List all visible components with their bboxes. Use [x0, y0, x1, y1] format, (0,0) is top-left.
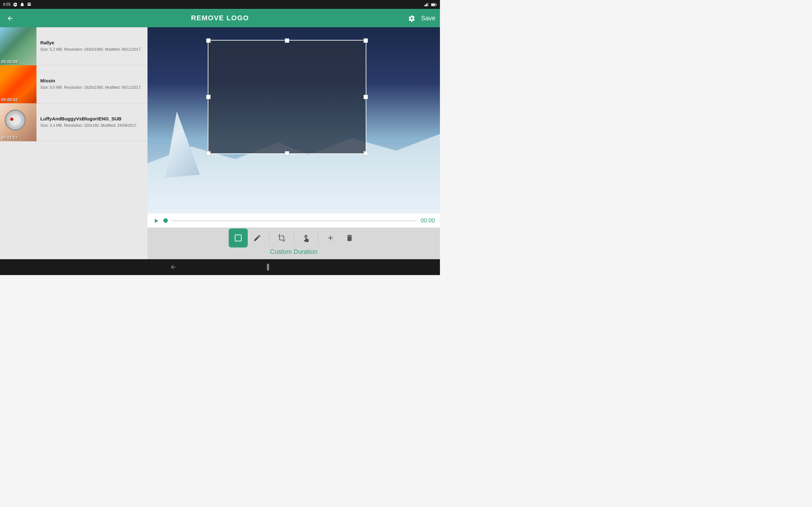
status-bar: 8:55 [0, 0, 440, 9]
nav-bar [0, 259, 440, 275]
video-name: Missin [40, 78, 142, 83]
svg-rect-1 [425, 4, 426, 7]
toolbar-buttons [229, 228, 359, 248]
svg-rect-3 [427, 3, 428, 6]
video-preview-panel: 00:00 [148, 27, 440, 259]
home-nav-button[interactable] [265, 264, 270, 271]
video-name: Rallye [40, 40, 142, 45]
crop-tool-button[interactable] [272, 228, 291, 247]
save-button[interactable]: Save [421, 14, 436, 22]
video-thumbnail: 00:00:02 [0, 65, 37, 103]
video-info: Missin Size: 5.0 MB. Resolution: 1920x10… [37, 65, 146, 103]
battery-icon [431, 2, 437, 7]
handle-mid-left[interactable] [206, 95, 211, 99]
app-bar-actions: Save [408, 14, 436, 22]
add-button[interactable] [321, 228, 340, 247]
video-meta: Size: 3.4 MB. Resolution: 320x180. Modif… [40, 123, 137, 128]
svg-rect-7 [235, 235, 241, 241]
handle-bottom-right[interactable] [363, 151, 368, 156]
video-duration: 00:00:09 [1, 59, 18, 64]
app-bar: REMOVE LOGO Save [0, 9, 440, 27]
settings-button[interactable] [408, 14, 415, 22]
page-title: REMOVE LOGO [191, 14, 249, 22]
video-info: LuffyAndBuggyVsBlugoriENG_SUB Size: 3.4 … [37, 103, 141, 141]
video-thumbnail: 00:01:57 [0, 103, 37, 141]
draw-tool-button[interactable] [248, 228, 267, 247]
progress-dot[interactable] [163, 218, 168, 223]
list-item[interactable]: 00:01:57 LuffyAndBuggyVsBlugoriENG_SUB S… [0, 103, 148, 141]
video-meta: Size: 5.0 MB. Resolution: 1920x1080. Mod… [40, 85, 142, 90]
svg-rect-2 [426, 3, 427, 6]
playback-bar: 00:00 [148, 214, 440, 228]
signal-icon [424, 2, 429, 7]
toolbar-divider-1 [269, 232, 270, 244]
list-item[interactable]: 00:00:02 Missin Size: 5.0 MB. Resolution… [0, 65, 148, 103]
status-left: 8:55 [3, 2, 32, 7]
handle-top-mid[interactable] [285, 38, 289, 43]
svg-rect-0 [424, 5, 425, 6]
svg-rect-5 [436, 4, 437, 5]
rectangle-tool-button[interactable] [229, 228, 248, 247]
play-button[interactable] [153, 217, 159, 224]
video-duration: 00:01:57 [1, 135, 18, 140]
custom-duration-label[interactable]: Custom Duration [270, 248, 317, 258]
time-display: 00:00 [420, 217, 435, 224]
time-display: 8:55 [3, 2, 10, 7]
handle-top-left[interactable] [206, 38, 211, 43]
notification-icon [20, 2, 24, 7]
video-name: LuffyAndBuggyVsBlugoriENG_SUB [40, 116, 137, 121]
video-list: 00:00:09 Rallye Size: 5.2 MB. Resolution… [0, 27, 148, 259]
list-item[interactable]: 00:00:09 Rallye Size: 5.2 MB. Resolution… [0, 27, 148, 65]
video-thumbnail: 00:00:09 [0, 27, 37, 65]
toolbar: Custom Duration [148, 228, 440, 259]
handle-top-right[interactable] [363, 38, 368, 43]
handle-bottom-mid[interactable] [285, 151, 289, 156]
video-preview [148, 27, 440, 214]
progress-line[interactable] [171, 220, 417, 221]
settings-icon [13, 2, 17, 7]
video-duration: 00:00:02 [1, 97, 18, 102]
toolbar-divider-3 [318, 232, 318, 244]
gesture-tool-button[interactable] [297, 228, 316, 247]
svg-rect-6 [432, 4, 435, 6]
selection-rectangle[interactable] [208, 40, 366, 154]
svg-rect-8 [267, 264, 269, 271]
back-nav-button[interactable] [170, 264, 177, 271]
handle-bottom-left[interactable] [206, 151, 211, 156]
handle-mid-right[interactable] [363, 95, 368, 99]
main-content: 00:00:09 Rallye Size: 5.2 MB. Resolution… [0, 27, 440, 259]
toolbar-divider-2 [294, 232, 294, 244]
video-meta: Size: 5.2 MB. Resolution: 1920x1080. Mod… [40, 47, 142, 52]
status-right [424, 2, 437, 7]
back-button[interactable] [4, 14, 16, 22]
delete-button[interactable] [340, 228, 359, 247]
storage-icon [27, 2, 32, 7]
video-info: Rallye Size: 5.2 MB. Resolution: 1920x10… [37, 27, 146, 65]
